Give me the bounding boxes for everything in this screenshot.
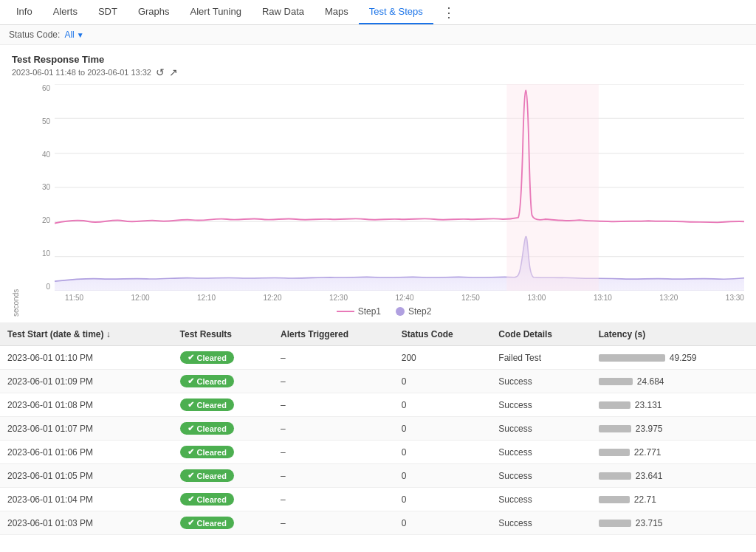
badge-ok-icon: ✔ xyxy=(188,400,194,410)
latency-value: 49.259 xyxy=(670,353,697,363)
cell-results: ✔ Cleared xyxy=(173,441,273,464)
cell-results: ✔ Cleared xyxy=(173,511,273,535)
latency-bar xyxy=(599,520,631,527)
table-row[interactable]: 2023-06-01 01:07 PM✔ Cleared–0Success23.… xyxy=(0,417,756,441)
col-results[interactable]: Test Results xyxy=(173,323,273,346)
table-row[interactable]: 2023-06-01 01:03 PM✔ Cleared–0Success23.… xyxy=(0,511,756,535)
chart-container: Test Response Time 2023-06-01 11:48 to 2… xyxy=(0,45,756,323)
tab-graphs[interactable]: Graphs xyxy=(128,0,180,24)
latency-bar xyxy=(599,496,630,503)
cell-alerts: – xyxy=(273,393,394,417)
tab-sdt[interactable]: SDT xyxy=(88,0,128,24)
cell-start: 2023-06-01 01:05 PM xyxy=(0,464,173,488)
cell-status-code: 0 xyxy=(394,393,492,417)
x-axis: 11:50 12:00 12:10 12:20 12:30 12:40 12:5… xyxy=(65,291,744,302)
cell-start: 2023-06-01 01:04 PM xyxy=(0,488,173,511)
latency-bar xyxy=(599,425,631,432)
badge-ok-icon: ✔ xyxy=(188,518,194,528)
cell-status-code: 200 xyxy=(394,346,492,370)
cell-alerts: – xyxy=(273,346,394,370)
legend-step2-circle xyxy=(396,307,405,316)
table-row[interactable]: 2023-06-01 01:06 PM✔ Cleared–0Success22.… xyxy=(0,441,756,464)
tab-test-steps[interactable]: Test & Steps xyxy=(359,0,433,24)
col-alerts[interactable]: Alerts Triggered xyxy=(273,323,394,346)
tab-alert-tuning[interactable]: Alert Tuning xyxy=(180,0,252,24)
results-table: Test Start (date & time) ↓ Test Results … xyxy=(0,323,756,535)
badge-ok-icon: ✔ xyxy=(188,494,194,504)
table-wrap: Test Start (date & time) ↓ Test Results … xyxy=(0,323,756,535)
cell-latency: 23.715 xyxy=(591,511,756,535)
tab-raw-data[interactable]: Raw Data xyxy=(252,0,315,24)
tab-alerts[interactable]: Alerts xyxy=(43,0,88,24)
table-row[interactable]: 2023-06-01 01:05 PM✔ Cleared–0Success23.… xyxy=(0,464,756,488)
cell-alerts: – xyxy=(273,370,394,393)
chart-legend: Step1 Step2 xyxy=(24,306,744,317)
badge-ok-icon: ✔ xyxy=(188,376,194,386)
cell-latency: 22.71 xyxy=(591,488,756,511)
cell-alerts: – xyxy=(273,488,394,511)
chart-svg xyxy=(55,84,744,291)
cell-alerts: – xyxy=(273,464,394,488)
tab-maps[interactable]: Maps xyxy=(315,0,359,24)
table-row[interactable]: 2023-06-01 01:08 PM✔ Cleared–0Success23.… xyxy=(0,393,756,417)
cell-latency: 23.641 xyxy=(591,464,756,488)
table-header-row: Test Start (date & time) ↓ Test Results … xyxy=(0,323,756,346)
more-menu-button[interactable]: ⋮ xyxy=(436,1,461,24)
y-axis: 60 50 40 30 20 10 0 xyxy=(24,84,55,291)
cleared-badge: ✔ Cleared xyxy=(180,517,234,529)
status-code-filter[interactable]: All ▼ xyxy=(64,30,83,40)
cleared-badge: ✔ Cleared xyxy=(180,375,234,387)
cell-status-code: 0 xyxy=(394,370,492,393)
cell-alerts: – xyxy=(273,417,394,441)
latency-value: 22.71 xyxy=(634,494,656,505)
table-row[interactable]: 2023-06-01 01:09 PM✔ Cleared–0Success24.… xyxy=(0,370,756,393)
chart-wrap: 60 50 40 30 20 10 0 xyxy=(24,84,744,291)
cell-status-code: 0 xyxy=(394,488,492,511)
latency-bar xyxy=(599,378,633,385)
filter-arrow-icon: ▼ xyxy=(77,31,84,39)
tab-info[interactable]: Info xyxy=(6,0,43,24)
table-row[interactable]: 2023-06-01 01:10 PM✔ Cleared–200Failed T… xyxy=(0,346,756,370)
filter-label: Status Code: xyxy=(9,30,60,40)
chart-refresh-icon[interactable]: ↺ xyxy=(156,66,165,78)
cell-results: ✔ Cleared xyxy=(173,417,273,441)
cell-status-code: 0 xyxy=(394,464,492,488)
table-row[interactable]: 2023-06-01 01:04 PM✔ Cleared–0Success22.… xyxy=(0,488,756,511)
cell-start: 2023-06-01 01:08 PM xyxy=(0,393,173,417)
cell-results: ✔ Cleared xyxy=(173,370,273,393)
cell-code-details: Success xyxy=(491,370,591,393)
latency-bar xyxy=(599,354,665,362)
cell-start: 2023-06-01 01:07 PM xyxy=(0,417,173,441)
col-code-details[interactable]: Code Details xyxy=(491,323,591,346)
cell-latency: 24.684 xyxy=(591,370,756,393)
cell-code-details: Success xyxy=(491,417,591,441)
cell-start: 2023-06-01 01:03 PM xyxy=(0,511,173,535)
latency-value: 23.975 xyxy=(636,424,663,434)
latency-value: 23.715 xyxy=(636,518,663,528)
cleared-badge: ✔ Cleared xyxy=(180,351,234,364)
latency-bar xyxy=(599,472,631,480)
cleared-badge: ✔ Cleared xyxy=(180,399,234,411)
badge-ok-icon: ✔ xyxy=(188,424,194,433)
col-status-code[interactable]: Status Code xyxy=(394,323,492,346)
chart-subtitle: 2023-06-01 11:48 to 2023-06-01 13:32 ↺ ↗ xyxy=(12,66,744,78)
legend-step1-line xyxy=(337,311,354,312)
legend-step2: Step2 xyxy=(396,306,431,317)
latency-value: 23.131 xyxy=(635,400,662,410)
filter-bar: Status Code: All ▼ xyxy=(0,25,756,45)
cleared-badge: ✔ Cleared xyxy=(180,422,234,435)
cleared-badge: ✔ Cleared xyxy=(180,469,234,482)
cell-status-code: 0 xyxy=(394,511,492,535)
col-start[interactable]: Test Start (date & time) ↓ xyxy=(0,323,173,346)
chart-expand-icon[interactable]: ↗ xyxy=(169,66,178,78)
cell-results: ✔ Cleared xyxy=(173,488,273,511)
cell-latency: 23.975 xyxy=(591,417,756,441)
cell-status-code: 0 xyxy=(394,417,492,441)
cell-code-details: Success xyxy=(491,488,591,511)
y-axis-label: seconds xyxy=(12,84,22,317)
col-latency[interactable]: Latency (s) xyxy=(591,323,756,346)
cell-results: ✔ Cleared xyxy=(173,393,273,417)
latency-value: 22.771 xyxy=(634,447,662,458)
badge-ok-icon: ✔ xyxy=(188,471,194,480)
latency-bar xyxy=(599,449,630,456)
